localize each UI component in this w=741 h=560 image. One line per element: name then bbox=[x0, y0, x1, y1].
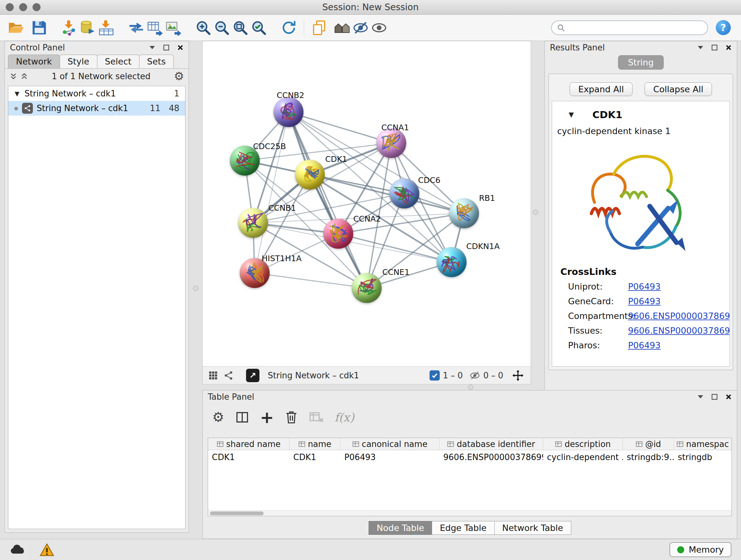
compartments-link[interactable]: 9606.ENSP00000378699 bbox=[628, 311, 730, 321]
memory-button[interactable]: Memory bbox=[670, 542, 731, 557]
tab-network-table[interactable]: Network Table bbox=[494, 521, 571, 535]
panel-close-icon[interactable] bbox=[725, 44, 732, 51]
copy-document-button[interactable] bbox=[310, 18, 328, 38]
hide-selected-button[interactable] bbox=[351, 18, 370, 38]
zoom-out-button[interactable] bbox=[212, 18, 231, 38]
share-network-icon[interactable] bbox=[224, 371, 233, 380]
import-network-from-file-button[interactable] bbox=[60, 18, 78, 38]
column-header[interactable]: name bbox=[289, 438, 340, 450]
network-node-cdkn1a[interactable] bbox=[436, 247, 467, 277]
minimize-window-button[interactable] bbox=[19, 3, 27, 11]
panel-float-icon[interactable] bbox=[163, 44, 170, 51]
database-import-icon bbox=[80, 20, 96, 36]
tab-select[interactable]: Select bbox=[97, 55, 139, 68]
save-session-button[interactable] bbox=[30, 18, 49, 38]
cell-namespace[interactable]: stringdb bbox=[674, 450, 731, 464]
network-node-ccne1[interactable] bbox=[352, 273, 382, 303]
search-input[interactable] bbox=[568, 23, 702, 33]
panel-menu-icon[interactable] bbox=[149, 45, 155, 50]
add-column-icon[interactable]: + bbox=[260, 410, 274, 425]
import-table-button[interactable] bbox=[97, 18, 116, 38]
tab-sets[interactable]: Sets bbox=[139, 55, 174, 68]
cell-database-identifier[interactable]: 9606.ENSP00000378699 bbox=[440, 450, 543, 464]
genecard-link[interactable]: P06493 bbox=[628, 296, 661, 306]
open-session-button[interactable] bbox=[7, 18, 25, 38]
network-node-cdc6[interactable] bbox=[389, 179, 419, 208]
zoom-selected-button[interactable] bbox=[250, 18, 268, 38]
network-node-rb1[interactable] bbox=[449, 198, 479, 228]
search-box[interactable] bbox=[551, 20, 708, 35]
panel-float-icon[interactable] bbox=[711, 394, 718, 400]
horizontal-splitter-handle[interactable] bbox=[468, 385, 473, 390]
selected-checkbox-icon[interactable] bbox=[429, 370, 440, 381]
panel-float-icon[interactable] bbox=[711, 44, 718, 51]
uniprot-link[interactable]: P06493 bbox=[628, 282, 661, 292]
column-header[interactable]: @id bbox=[623, 438, 674, 450]
tab-style[interactable]: Style bbox=[60, 55, 97, 68]
detach-view-button[interactable]: ↗ bbox=[246, 369, 259, 382]
grid-view-icon[interactable] bbox=[208, 371, 218, 380]
warning-icon[interactable] bbox=[40, 543, 54, 557]
caret-down-icon[interactable]: ▼ bbox=[569, 111, 574, 118]
zoom-fit-button[interactable] bbox=[231, 18, 250, 38]
caret-down-icon[interactable]: ▼ bbox=[15, 90, 19, 97]
tissues-link[interactable]: 9606.ENSP00000378699 bbox=[628, 326, 730, 335]
pharos-link[interactable]: P06493 bbox=[628, 340, 661, 350]
cloud-icon[interactable] bbox=[10, 544, 25, 556]
help-button[interactable]: ? bbox=[716, 20, 731, 35]
network-collection-row[interactable]: ▼ String Network – cdk1 1 bbox=[8, 86, 185, 101]
network-node-ccna2[interactable] bbox=[323, 219, 353, 249]
export-image-button[interactable] bbox=[164, 18, 183, 38]
collapse-all-button[interactable]: Collapse All bbox=[645, 82, 712, 96]
show-all-button[interactable] bbox=[370, 18, 388, 38]
gear-icon[interactable]: ⚙ bbox=[174, 71, 184, 82]
table-settings-gear-icon[interactable]: ⚙ bbox=[212, 411, 224, 424]
function-builder-button: f(x) bbox=[334, 411, 354, 424]
column-header[interactable]: database identifier bbox=[440, 438, 543, 450]
pan-crosshair-icon[interactable] bbox=[512, 370, 524, 381]
vertical-splitter-handle[interactable] bbox=[533, 210, 538, 215]
column-header[interactable]: shared name bbox=[208, 438, 289, 450]
panel-menu-icon[interactable] bbox=[697, 45, 704, 50]
column-header[interactable]: description bbox=[543, 438, 623, 450]
vertical-splitter-handle[interactable] bbox=[193, 286, 198, 291]
delete-column-trash-icon[interactable] bbox=[285, 410, 298, 425]
panel-menu-icon[interactable] bbox=[697, 395, 704, 399]
panel-close-icon[interactable] bbox=[177, 44, 184, 51]
cell-id[interactable]: stringdb:9... bbox=[623, 450, 674, 464]
export-table-button[interactable] bbox=[145, 18, 164, 38]
tab-network[interactable]: Network bbox=[8, 55, 60, 68]
horizontal-scrollbar[interactable] bbox=[208, 510, 731, 516]
expand-all-button[interactable]: Expand All bbox=[569, 82, 632, 96]
import-network-from-database-button[interactable] bbox=[78, 18, 97, 38]
zoom-in-button[interactable] bbox=[194, 18, 212, 38]
column-header[interactable]: canonical name bbox=[340, 438, 440, 450]
table-row[interactable]: CDK1 CDK1 P06493 9606.ENSP00000378699 cy… bbox=[208, 450, 731, 464]
cell-canonical-name[interactable]: P06493 bbox=[340, 450, 440, 464]
network-canvas[interactable]: CCNB2CCNA1CDC25BCDK1CDC6RB1CCNB1CCNA2CDK… bbox=[203, 41, 531, 366]
tab-edge-table[interactable]: Edge Table bbox=[432, 521, 494, 535]
cell-shared-name[interactable]: CDK1 bbox=[208, 450, 289, 464]
network-row-selected[interactable]: ● String Network – cdk1 11 48 bbox=[8, 101, 185, 116]
scrollbar-thumb[interactable] bbox=[210, 511, 264, 515]
network-node-ccnb2[interactable] bbox=[273, 97, 304, 127]
tab-node-table[interactable]: Node Table bbox=[368, 521, 432, 535]
expand-all-networks-icon[interactable] bbox=[20, 72, 28, 80]
close-window-button[interactable] bbox=[6, 3, 14, 11]
cell-description[interactable]: cyclin-dependent ... bbox=[543, 450, 623, 464]
show-columns-icon[interactable] bbox=[235, 410, 249, 424]
home-button[interactable] bbox=[333, 18, 351, 38]
network-node-cdk1[interactable] bbox=[295, 160, 325, 190]
network-merge-button[interactable] bbox=[127, 18, 145, 38]
cell-name[interactable]: CDK1 bbox=[289, 450, 340, 464]
zoom-fit-icon bbox=[232, 20, 248, 36]
tab-string[interactable]: String bbox=[618, 55, 664, 70]
network-node-ccnb1[interactable] bbox=[238, 208, 268, 238]
column-header[interactable]: namespac bbox=[674, 438, 731, 450]
collapse-all-networks-icon[interactable] bbox=[9, 72, 17, 80]
panel-close-icon[interactable] bbox=[725, 394, 732, 400]
network-node-ccna1[interactable] bbox=[376, 128, 406, 158]
refresh-view-button[interactable] bbox=[280, 18, 298, 38]
hidden-eye-slash-icon[interactable] bbox=[470, 371, 480, 380]
zoom-window-button[interactable] bbox=[32, 3, 41, 11]
